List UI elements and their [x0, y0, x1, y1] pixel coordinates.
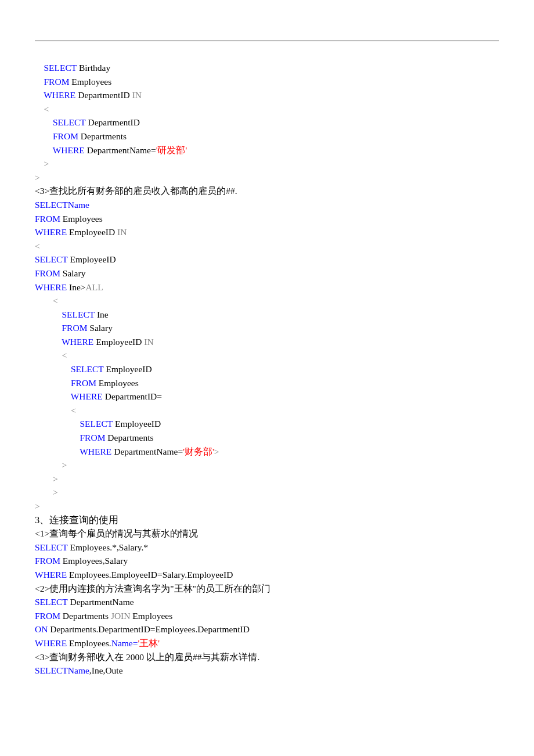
code-text: Employees,Salary: [60, 556, 128, 566]
code-line: SELECTName,Ine,Oute: [35, 664, 499, 678]
question-text: <2>使用内连接的方法查询名字为"王林"的员工所在的部门: [35, 582, 499, 596]
angle: <: [62, 350, 67, 360]
string: '研发部': [156, 145, 187, 155]
kw: Name=: [111, 638, 138, 648]
code-text: Departments: [78, 131, 127, 141]
code-text: Employees.*,Salary.*: [68, 542, 148, 552]
kw: FROM: [35, 214, 60, 224]
angle: >: [35, 501, 40, 511]
kw2: IN: [117, 227, 127, 237]
kw: FROM: [35, 611, 60, 621]
code-text: DepartmentID=: [103, 391, 162, 401]
code-line: FROM Employees: [35, 376, 499, 390]
code-text: EmployeeID: [68, 254, 116, 264]
code-line: >: [35, 171, 499, 185]
code-line: SELECT EmployeeID: [35, 417, 499, 431]
code-text: EmployeeID: [67, 227, 117, 237]
kw: FROM: [35, 556, 60, 566]
kw2: IN: [132, 90, 142, 100]
code-text: EmployeeID: [104, 364, 152, 374]
code-line: <: [35, 102, 499, 116]
code-text: ,Ine,Oute: [89, 665, 123, 675]
angle: <: [35, 241, 40, 251]
question-text: <1>查询每个雇员的情况与其薪水的情况: [35, 527, 499, 541]
kw: FROM: [53, 131, 78, 141]
kw: SELECT: [35, 254, 68, 264]
code-line: <: [35, 239, 499, 253]
code-text: Employees: [60, 214, 103, 224]
code-line: SELECT DepartmentName: [35, 595, 499, 609]
angle: <: [53, 296, 58, 305]
kw: SELECT: [53, 117, 86, 127]
code-text: Departments.DepartmentID=Employees.Depar…: [48, 624, 249, 634]
code-text: EmployeeID: [113, 419, 161, 429]
code-text: DepartmentID: [86, 117, 140, 127]
code-text: Ine>: [67, 282, 85, 292]
kw: SELECTName: [35, 665, 89, 675]
code-text: Departments: [105, 433, 153, 442]
kw: WHERE: [44, 90, 75, 100]
code-line: <: [35, 294, 499, 308]
code-line: FROM Employees: [35, 212, 499, 226]
kw: SELECT: [35, 597, 68, 607]
kw: SELECT: [71, 364, 104, 374]
code-line: FROM Departments: [35, 431, 499, 445]
code-text: Salary: [87, 323, 112, 333]
kw: FROM: [71, 378, 96, 388]
question-text: <3>查找比所有财务部的雇员收入都高的雇员的##.: [35, 184, 499, 198]
code-line: WHERE Employees.Name='王林': [35, 636, 499, 650]
code-text: Employees: [96, 378, 139, 388]
kw2: ALL: [86, 282, 103, 292]
code-line: SELECT Birthday: [35, 61, 499, 75]
kw: FROM: [62, 323, 88, 333]
code-text: EmployeeID: [93, 337, 144, 347]
kw: SELECT: [35, 542, 68, 552]
code-line: FROM Departments: [35, 129, 499, 143]
code-text: Departments: [60, 611, 111, 621]
code-line: WHERE DepartmentName='研发部': [35, 143, 499, 157]
code-line: FROM Salary: [35, 321, 499, 335]
heading-text: 3、连接查询的使用: [35, 514, 118, 525]
code-text: Employees: [130, 611, 172, 621]
code-line: >: [35, 499, 499, 513]
angle: <: [44, 104, 49, 114]
kw: SELECTName: [35, 200, 89, 210]
code-line: >: [35, 157, 499, 171]
document-body: SELECT Birthday FROM Employees WHERE Dep…: [35, 61, 499, 678]
code-text: Employees.EmployeeID=Salary.EmployeeID: [67, 570, 233, 579]
kw: WHERE: [71, 391, 103, 401]
top-rule: [35, 41, 499, 41]
code-line: WHERE Employees.EmployeeID=Salary.Employ…: [35, 568, 499, 582]
angle: >: [53, 474, 58, 484]
code-line: FROM Employees,Salary: [35, 554, 499, 568]
code-line: SELECT Employees.*,Salary.*: [35, 541, 499, 555]
angle: >: [35, 172, 40, 182]
code-line: FROM Departments JOIN Employees: [35, 609, 499, 623]
string: '王林': [138, 638, 160, 648]
kw: SELECT: [62, 309, 95, 319]
angle: >: [62, 460, 67, 470]
kw: WHERE: [53, 145, 85, 155]
code-line: ON Departments.DepartmentID=Employees.De…: [35, 622, 499, 636]
code-line: SELECT Ine: [35, 308, 499, 322]
kw: WHERE: [35, 638, 67, 648]
code-line: WHERE DepartmentName='财务部'>: [35, 445, 499, 459]
angle: >: [53, 487, 58, 497]
kw: WHERE: [80, 447, 111, 456]
code-line: >: [35, 458, 499, 472]
code-line: WHERE DepartmentID=: [35, 390, 499, 404]
text: <1>查询每个雇员的情况与其薪水的情况: [35, 528, 198, 538]
kw: SELECT: [80, 419, 113, 429]
code-text: DepartmentName=: [111, 447, 183, 456]
code-line: SELECT DepartmentID: [35, 116, 499, 129]
code-line: SELECTName: [35, 198, 499, 212]
code-line: WHERE EmployeeID IN: [35, 335, 499, 349]
kw: SELECT: [44, 63, 77, 73]
code-line: WHERE DepartmentID IN: [35, 88, 499, 102]
document-page: SELECT Birthday FROM Employees WHERE Dep…: [0, 0, 534, 756]
code-line: WHERE EmployeeID IN: [35, 225, 499, 239]
code-line: WHERE Ine>ALL: [35, 280, 499, 294]
code-line: SELECT EmployeeID: [35, 362, 499, 376]
kw: FROM: [35, 268, 60, 278]
kw: WHERE: [35, 282, 67, 292]
